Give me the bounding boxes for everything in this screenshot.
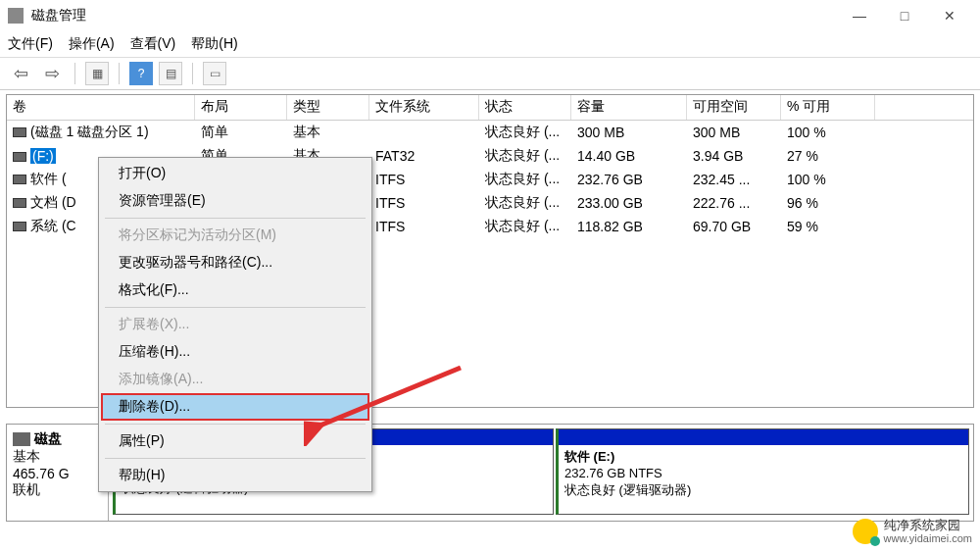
separator [105, 424, 366, 425]
ctx-mark-active: 将分区标记为活动分区(M) [101, 222, 369, 249]
menubar: 文件(F) 操作(A) 查看(V) 帮助(H) [0, 31, 980, 57]
separator [105, 218, 366, 219]
watermark: 纯净系统家园 www.yidaimei.com [853, 519, 972, 544]
toolbar-icon-3[interactable]: ▤ [159, 62, 182, 85]
menu-help[interactable]: 帮助(H) [191, 35, 237, 53]
volume-icon [13, 222, 26, 231]
app-icon [8, 8, 24, 24]
partition-bar [559, 429, 968, 445]
col-fs[interactable]: 文件系统 [369, 95, 479, 120]
ctx-extend: 扩展卷(X)... [101, 311, 369, 338]
col-free[interactable]: 可用空间 [687, 95, 781, 120]
toolbar: ⇦ ⇨ ▦ ? ▤ ▭ [0, 57, 980, 90]
separator [105, 307, 366, 308]
separator [105, 458, 366, 459]
disk-icon [13, 432, 30, 446]
help-icon[interactable]: ? [129, 62, 153, 85]
ctx-delete-volume[interactable]: 删除卷(D)... [101, 393, 369, 421]
separator [192, 63, 193, 84]
volume-icon [13, 127, 26, 137]
volume-icon [13, 152, 26, 162]
col-type[interactable]: 类型 [287, 95, 369, 120]
selected-volume: (F:) [30, 148, 56, 164]
minimize-button[interactable]: — [837, 2, 882, 29]
toolbar-icon-1[interactable]: ▦ [85, 62, 109, 85]
ctx-shrink[interactable]: 压缩卷(H)... [101, 338, 369, 366]
col-volume[interactable]: 卷 [7, 95, 195, 120]
disk-label[interactable]: 磁盘 基本 465.76 G 联机 [7, 425, 109, 521]
watermark-icon [853, 519, 878, 544]
partition[interactable]: 软件 (E:) 232.76 GB NTFS 状态良好 (逻辑驱动器) [556, 428, 969, 515]
col-capacity[interactable]: 容量 [571, 95, 687, 120]
menu-action[interactable]: 操作(A) [69, 35, 115, 53]
toolbar-icon-4[interactable]: ▭ [203, 62, 226, 85]
context-menu: 打开(O) 资源管理器(E) 将分区标记为活动分区(M) 更改驱动器号和路径(C… [98, 157, 372, 492]
ctx-help[interactable]: 帮助(H) [101, 462, 369, 489]
titlebar: 磁盘管理 — □ ✕ [0, 0, 980, 31]
separator [119, 63, 120, 84]
table-row[interactable]: (磁盘 1 磁盘分区 1) 简单 基本 状态良好 (... 300 MB 300… [7, 121, 973, 144]
ctx-explorer[interactable]: 资源管理器(E) [101, 187, 369, 215]
col-status[interactable]: 状态 [479, 95, 571, 120]
ctx-format[interactable]: 格式化(F)... [101, 276, 369, 304]
col-layout[interactable]: 布局 [195, 95, 287, 120]
menu-view[interactable]: 查看(V) [130, 35, 176, 53]
close-button[interactable]: ✕ [927, 2, 972, 29]
window-controls: — □ ✕ [837, 2, 972, 29]
ctx-change-drive[interactable]: 更改驱动器号和路径(C)... [101, 249, 369, 276]
ctx-open[interactable]: 打开(O) [101, 160, 369, 187]
volume-icon [13, 175, 26, 184]
volume-icon [13, 198, 26, 208]
separator [74, 63, 75, 84]
ctx-mirror: 添加镜像(A)... [101, 366, 369, 393]
table-header: 卷 布局 类型 文件系统 状态 容量 可用空间 % 可用 [7, 95, 973, 121]
window-title: 磁盘管理 [31, 7, 837, 25]
ctx-properties[interactable]: 属性(P) [101, 427, 369, 455]
forward-button[interactable]: ⇨ [39, 63, 65, 84]
col-pct[interactable]: % 可用 [781, 95, 875, 120]
maximize-button[interactable]: □ [882, 2, 927, 29]
back-button[interactable]: ⇦ [8, 63, 33, 84]
menu-file[interactable]: 文件(F) [8, 35, 53, 53]
